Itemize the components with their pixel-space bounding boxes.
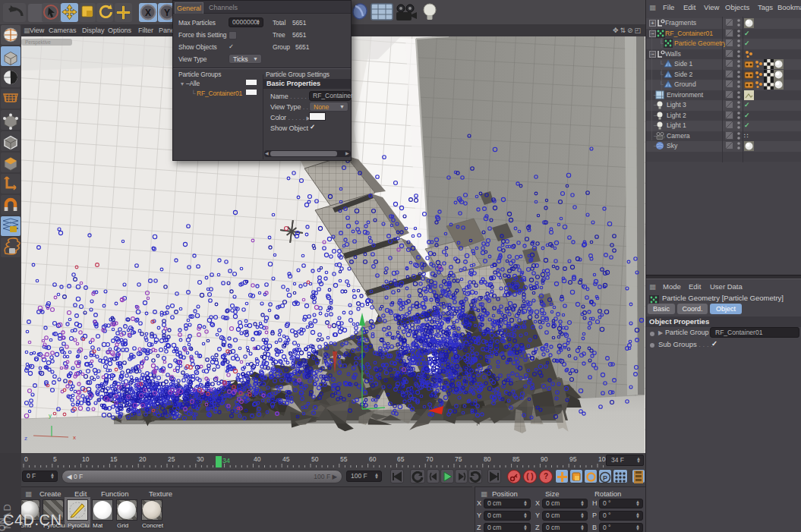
- svg-text:40: 40: [254, 455, 261, 463]
- svg-text:10: 10: [82, 455, 90, 463]
- svg-text:X: X: [145, 8, 151, 18]
- svg-text:20: 20: [139, 455, 147, 463]
- svg-text:80: 80: [484, 455, 491, 463]
- svg-text:25: 25: [168, 455, 175, 463]
- svg-text:0: 0: [24, 455, 28, 463]
- svg-text:45: 45: [282, 455, 290, 463]
- svg-text:75: 75: [455, 455, 462, 463]
- svg-text:5: 5: [53, 455, 57, 463]
- svg-text:95: 95: [569, 455, 577, 463]
- svg-text:70: 70: [426, 455, 434, 463]
- svg-text:30: 30: [197, 455, 204, 463]
- svg-text:65: 65: [397, 455, 405, 463]
- svg-text:60: 60: [369, 455, 377, 463]
- svg-text:50: 50: [311, 455, 319, 463]
- svg-text:z: z: [24, 435, 27, 442]
- svg-text:34: 34: [222, 457, 230, 464]
- svg-text:15: 15: [110, 455, 118, 463]
- svg-text:55: 55: [340, 455, 348, 463]
- svg-text:P: P: [603, 474, 607, 482]
- svg-text:Y: Y: [164, 8, 170, 18]
- svg-text:Perspektive: Perspektive: [25, 39, 51, 46]
- svg-text:85: 85: [512, 455, 520, 463]
- svg-text:x: x: [73, 434, 76, 441]
- svg-text:y: y: [49, 412, 52, 419]
- svg-text:90: 90: [541, 455, 548, 463]
